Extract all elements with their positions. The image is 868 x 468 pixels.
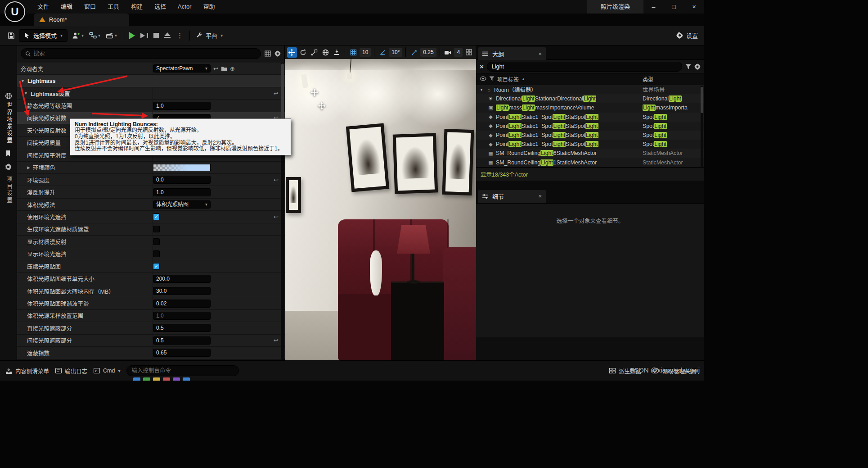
sort-arrow-icon[interactable]: ▲ [522, 77, 525, 81]
add-actor-button[interactable]: ▾ [70, 30, 85, 41]
outliner-search-field[interactable] [492, 64, 677, 70]
level-tab[interactable]: Room* [34, 14, 129, 26]
checkbox[interactable] [153, 226, 160, 232]
cmd-dropdown[interactable]: Cmd ▾ [94, 368, 120, 374]
filter-icon[interactable] [685, 64, 691, 69]
value-field[interactable]: 0.5 [153, 336, 211, 345]
grid-snap-toggle[interactable] [348, 47, 358, 58]
value-field[interactable]: 0.0 [153, 176, 211, 184]
save-button[interactable] [6, 30, 16, 41]
property-row[interactable]: 体积光照贴图最大砖块内存（MB）30.0 [17, 285, 285, 297]
property-row[interactable]: 使用环境光遮挡✓↩ [17, 211, 285, 223]
world-settings-scrollbar[interactable] [281, 63, 284, 360]
settings-button[interactable]: 设置 [676, 31, 698, 40]
maximize-viewport-button[interactable] [464, 47, 474, 58]
color-swatch[interactable] [153, 164, 211, 171]
type-column-header[interactable]: 类型 [643, 75, 653, 83]
label-column-header[interactable]: 项目标签 [497, 75, 519, 83]
property-row[interactable]: 体积光源采样放置范围1.0 [17, 310, 285, 322]
reset-to-default-icon[interactable]: ↩ [274, 177, 279, 183]
checkbox[interactable] [153, 250, 160, 257]
collapse-arrow-icon[interactable]: ▼ [21, 79, 25, 83]
menubar-item[interactable]: Actor [172, 0, 197, 14]
bookmark-icon[interactable] [5, 150, 11, 159]
move-gizmo-icon[interactable] [311, 89, 318, 98]
unreal-logo-icon[interactable]: U [4, 1, 25, 22]
value-field[interactable]: 200.0 [153, 275, 211, 283]
rotation-snap-toggle[interactable] [378, 47, 387, 58]
reset-to-default-icon[interactable]: ↩ [274, 337, 279, 344]
property-row[interactable]: 旁观者类SpectatorPawn▾↩⊕ [17, 63, 285, 75]
property-row[interactable]: 静态光照等级范围1.0 [17, 100, 285, 112]
value-field[interactable]: 30.0 [153, 287, 211, 295]
outliner-row[interactable]: ☀DirectionalLightStationarDirectionalLig… [476, 94, 704, 103]
outliner-search-input[interactable] [487, 62, 682, 72]
property-row[interactable]: 环境强度0.0↩ [17, 174, 285, 186]
search-input[interactable] [21, 48, 261, 59]
outliner-row[interactable]: ◆PointLightStatic1_SpotLightStaSpotLight… [476, 113, 704, 122]
value-field[interactable]: 0.65 [153, 349, 211, 357]
expand-arrow-icon[interactable]: ▾ [478, 87, 485, 92]
property-row[interactable]: ▶环境颜色 [17, 162, 285, 174]
property-row[interactable]: 生成环境光遮蔽材质遮罩 [17, 223, 285, 236]
world-icon[interactable] [5, 92, 12, 101]
property-row[interactable]: 间接光照遮蔽部分0.5↩ [17, 335, 285, 347]
value-field[interactable]: 0.02 [153, 300, 211, 308]
value-field[interactable]: 1.0 [153, 188, 211, 196]
menubar-item[interactable]: 选择 [148, 0, 172, 14]
maximize-button[interactable]: □ [664, 0, 684, 14]
reset-to-default-icon[interactable]: ↩ [274, 90, 279, 97]
platforms-dropdown[interactable]: 平台 ▾ [194, 30, 224, 41]
camera-speed-value[interactable]: 4 [454, 48, 463, 57]
expand-arrow-icon[interactable]: ▶ [27, 165, 30, 170]
property-row[interactable]: 遮蔽指数0.65 [17, 347, 285, 359]
rotation-snap-value[interactable]: 10° [389, 48, 402, 57]
tab-outliner[interactable]: 大纲 × [478, 47, 546, 60]
photoreal-render-button[interactable]: 照片级渲染 [587, 0, 643, 14]
move-gizmo-icon[interactable] [318, 102, 325, 111]
display-filter-icon[interactable] [265, 50, 271, 57]
minimize-button[interactable]: – [643, 0, 664, 14]
property-row[interactable]: 体积光照贴图球谐波平滑0.02 [17, 297, 285, 309]
cinematics-button[interactable]: ▾ [104, 30, 118, 41]
value-field[interactable]: 0.5 [153, 324, 211, 332]
grid-snap-value[interactable]: 10 [360, 48, 371, 57]
menubar-item[interactable]: 工具 [102, 0, 125, 14]
gear-icon[interactable] [274, 50, 281, 57]
checkbox[interactable]: ✓ [153, 214, 160, 220]
gear-icon[interactable] [5, 164, 12, 172]
outliner-row[interactable]: ▦SM_RoundCeilingLight1StaticMeshActorSta… [476, 158, 704, 167]
search-field[interactable] [34, 50, 256, 57]
close-button[interactable]: × [684, 0, 704, 14]
console-field[interactable] [131, 368, 234, 374]
frame-skip-button[interactable] [139, 30, 149, 41]
scrollbar-thumb[interactable] [701, 87, 703, 113]
value-field[interactable]: 1.0 [153, 102, 211, 110]
viewport[interactable]: 10 10° 0.25 4 [285, 45, 476, 360]
checkbox[interactable]: ✓ [153, 263, 160, 270]
outliner-row[interactable]: ◆PointLightStatic1_SpotLightStaSpotLight… [476, 140, 704, 149]
eject-button[interactable] [163, 30, 172, 41]
add-icon[interactable]: ⊕ [230, 65, 235, 72]
editor-mode-dropdown[interactable]: 选择模式 ▾ [19, 29, 67, 42]
blueprints-button[interactable]: ▾ [88, 30, 102, 41]
visibility-column-icon[interactable] [480, 76, 486, 82]
dropdown[interactable]: SpectatorPawn▾ [153, 64, 211, 73]
camera-speed-button[interactable] [443, 47, 453, 58]
close-icon[interactable]: × [538, 193, 542, 200]
console-input[interactable] [126, 365, 239, 376]
collapse-arrow-icon[interactable]: ▼ [24, 91, 28, 95]
tab-world-settings[interactable]: 世界场景设置 [5, 102, 13, 144]
surface-snap-button[interactable] [332, 47, 342, 58]
value-field[interactable]: 1.0 [153, 312, 211, 320]
pin-column-icon[interactable] [489, 76, 495, 82]
browse-asset-icon[interactable] [221, 66, 227, 71]
property-row[interactable]: 体积光照法体积光照贴图▾ [17, 199, 285, 211]
move-tool-button[interactable] [287, 47, 297, 58]
use-selected-asset-icon[interactable]: ↩ [213, 65, 218, 72]
gear-icon[interactable] [694, 64, 701, 70]
outliner-row[interactable]: ◆PointLightStatic1_SpotLightStaSpotLight… [476, 131, 704, 140]
scale-snap-toggle[interactable] [409, 47, 419, 58]
play-options-menu[interactable]: ⋮ [175, 32, 185, 40]
rotate-tool-button[interactable] [298, 47, 308, 58]
